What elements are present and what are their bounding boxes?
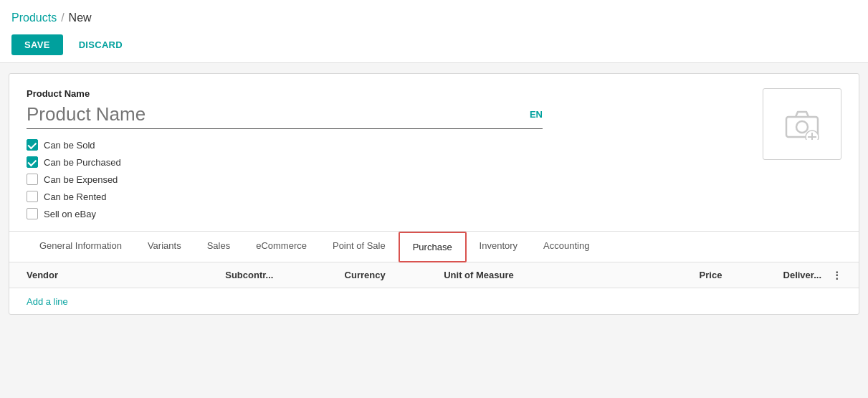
col-header-subcontr: Subcontr... — [225, 270, 344, 280]
tab-point-of-sale[interactable]: Point of Sale — [320, 232, 399, 262]
table-body: Add a line — [9, 288, 859, 314]
checkbox-label-can_be_purchased: Can be Purchased — [44, 157, 121, 168]
main-content: Product Name EN Can be SoldCan be Purcha… — [9, 73, 859, 315]
camera-icon — [783, 108, 821, 140]
checkboxes: Can be SoldCan be PurchasedCan be Expens… — [27, 139, 543, 219]
checkbox-can_be_expensed[interactable] — [27, 174, 38, 185]
tab-variants[interactable]: Variants — [135, 232, 194, 262]
checkbox-row-can_be_expensed[interactable]: Can be Expensed — [27, 174, 543, 185]
tab-content: Vendor Subcontr... Currency Unit of Meas… — [9, 262, 859, 314]
col-header-vendor: Vendor — [27, 270, 225, 280]
checkbox-label-sell_on_ebay: Sell on eBay — [44, 209, 96, 219]
tab-general-information[interactable]: General Information — [27, 232, 135, 262]
checkbox-row-sell_on_ebay[interactable]: Sell on eBay — [27, 208, 543, 219]
checkbox-sell_on_ebay[interactable] — [27, 208, 38, 219]
tab-purchase[interactable]: Purchase — [399, 232, 467, 262]
checkbox-row-can_be_sold[interactable]: Can be Sold — [27, 139, 543, 151]
form-left: Product Name EN Can be SoldCan be Purcha… — [27, 88, 543, 219]
breadcrumb-parent[interactable]: Products — [11, 11, 57, 24]
save-button[interactable]: SAVE — [11, 34, 63, 55]
tab-inventory[interactable]: Inventory — [467, 232, 530, 262]
tabs-bar: General InformationVariantsSaleseCommerc… — [9, 231, 859, 262]
product-name-label: Product Name — [27, 88, 543, 99]
product-name-wrapper: EN — [27, 103, 543, 129]
checkbox-row-can_be_rented[interactable]: Can be Rented — [27, 191, 543, 202]
tab-accounting[interactable]: Accounting — [530, 232, 602, 262]
col-header-deliver: Deliver... — [722, 270, 821, 280]
photo-placeholder[interactable] — [763, 88, 841, 160]
checkbox-row-can_be_purchased[interactable]: Can be Purchased — [27, 156, 543, 168]
breadcrumb-current: New — [69, 11, 92, 24]
form-section: Product Name EN Can be SoldCan be Purcha… — [27, 88, 841, 231]
col-header-currency: Currency — [345, 270, 444, 280]
en-badge[interactable]: EN — [530, 109, 543, 120]
discard-button[interactable]: DISCARD — [72, 34, 130, 55]
checkbox-label-can_be_expensed: Can be Expensed — [44, 174, 118, 185]
tab-ecommerce[interactable]: eCommerce — [243, 232, 320, 262]
svg-point-1 — [796, 121, 808, 133]
checkbox-can_be_purchased[interactable] — [27, 156, 38, 168]
col-header-price: Price — [642, 270, 722, 280]
tab-sales[interactable]: Sales — [194, 232, 244, 262]
col-header-more: ⋮ — [821, 270, 841, 280]
col-header-uom: Unit of Measure — [444, 270, 642, 280]
checkbox-can_be_sold[interactable] — [27, 139, 38, 151]
table-header: Vendor Subcontr... Currency Unit of Meas… — [9, 262, 859, 288]
checkbox-label-can_be_rented: Can be Rented — [44, 191, 106, 202]
checkbox-can_be_rented[interactable] — [27, 191, 38, 202]
action-bar: SAVE DISCARD — [11, 29, 857, 62]
more-vert-icon[interactable]: ⋮ — [832, 270, 841, 280]
form-right — [763, 88, 841, 160]
product-name-input[interactable] — [27, 103, 523, 125]
breadcrumb-separator: / — [61, 11, 64, 24]
add-line-button[interactable]: Add a line — [27, 296, 68, 307]
checkbox-label-can_be_sold: Can be Sold — [44, 140, 95, 151]
breadcrumb: Products / New — [11, 6, 857, 29]
page-header: Products / New SAVE DISCARD — [0, 0, 868, 63]
